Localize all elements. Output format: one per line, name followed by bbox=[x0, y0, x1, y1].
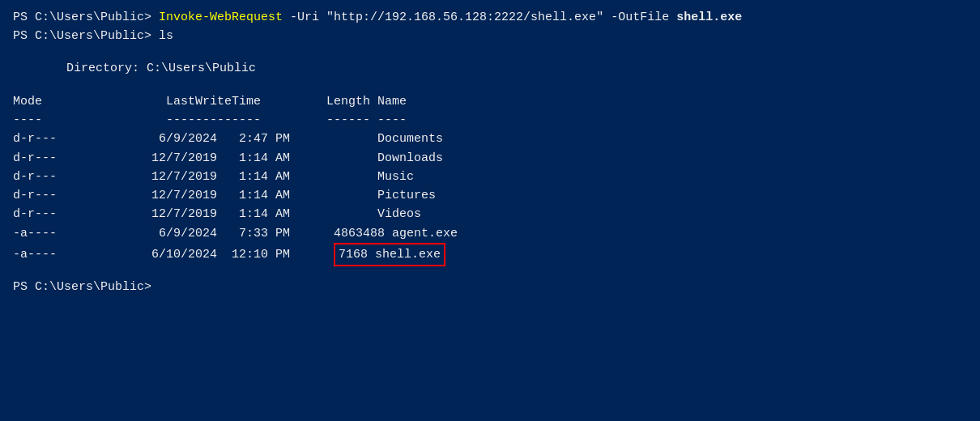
final-prompt: PS C:\Users\Public> bbox=[13, 278, 967, 296]
row-pictures: d-r--- 12/7/2019 1:14 AM Pictures bbox=[13, 186, 967, 205]
row-videos: d-r--- 12/7/2019 1:14 AM Videos bbox=[13, 205, 967, 223]
column-headers: Mode LastWriteTime Length Name bbox=[13, 92, 967, 111]
row-music: d-r--- 12/7/2019 1:14 AM Music bbox=[13, 168, 967, 186]
column-dashes: ---- ------------- ------ ---- bbox=[13, 111, 967, 130]
row-documents: d-r--- 6/9/2024 2:47 PM Documents bbox=[13, 130, 967, 148]
row-agent-exe: -a---- 6/9/2024 7:33 PM 4863488 agent.ex… bbox=[13, 224, 967, 243]
prompt-2: PS C:\Users\Public> bbox=[13, 29, 159, 43]
shell-exe-bold: shell.exe bbox=[676, 11, 742, 24]
cmd1-rest: -Uri "http://192.168.56.128:2222/shell.e… bbox=[283, 11, 676, 24]
directory-label: Directory: C:\Users\Public bbox=[37, 59, 967, 78]
prompt-1: PS C:\Users\Public> bbox=[13, 11, 159, 24]
ls-command: ls bbox=[159, 29, 173, 43]
command-line-1: PS C:\Users\Public> Invoke-WebRequest -U… bbox=[13, 8, 967, 27]
terminal-window: PS C:\Users\Public> Invoke-WebRequest -U… bbox=[13, 8, 967, 413]
row-shell-exe: -a---- 6/10/2024 12:10 PM 7168 shell.exe bbox=[13, 243, 967, 266]
command-line-2: PS C:\Users\Public> ls bbox=[13, 27, 967, 45]
shell-exe-highlight: 7168 shell.exe bbox=[334, 243, 445, 266]
row-downloads: d-r--- 12/7/2019 1:14 AM Downloads bbox=[13, 149, 967, 168]
invoke-keyword: Invoke-WebRequest bbox=[159, 11, 283, 24]
